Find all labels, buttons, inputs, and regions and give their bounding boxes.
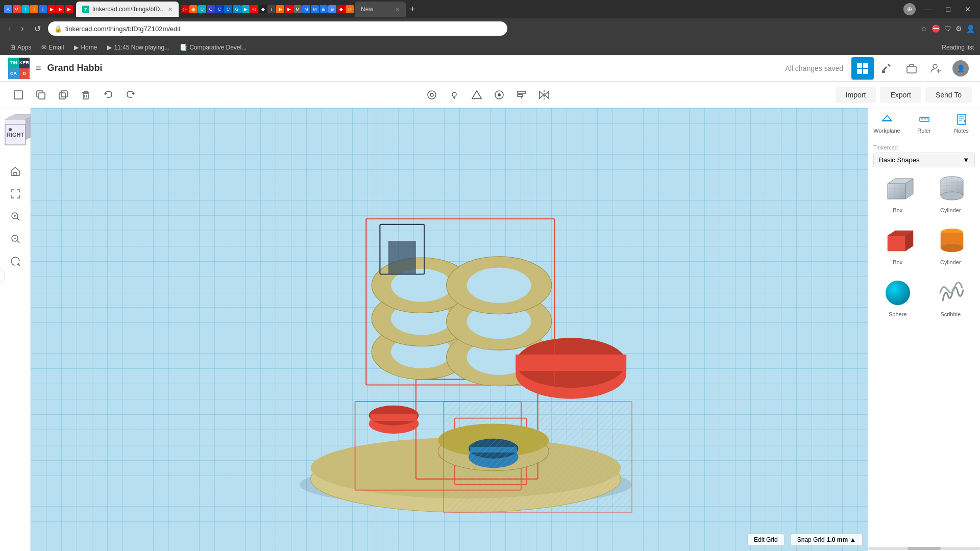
settings-icon[interactable]: ⚙ [955,24,962,33]
extension-icon[interactable]: ⛔ [932,24,940,33]
fit-view-button[interactable] [6,185,24,203]
horizontal-scrollbar[interactable] [868,547,980,550]
import-button[interactable]: Import [836,87,876,103]
shapes-grid: Box [873,169,975,321]
viewport[interactable]: Edit Grid Snap Grid 1.0 mm ▲ [31,108,868,551]
ruler-label: Ruler [917,128,930,134]
account-icon[interactable]: 👤 [966,24,975,33]
send-to-button[interactable]: Send To [925,87,972,103]
light-button[interactable] [444,85,464,105]
svg-point-115 [886,281,910,305]
tab-ruler[interactable]: Ruler [905,108,943,139]
header-icons: 👤 [851,57,972,80]
menu-button[interactable]: ≡ [36,63,41,73]
shape-cylinder-solid[interactable]: Cylinder [926,221,975,269]
svg-rect-85 [958,114,966,124]
panel-tabs: Workplane Ruler [868,108,980,139]
save-status: All changes saved [785,64,843,72]
tab-tinkercad[interactable]: T tinkercad.com/things/bfD... ✕ [76,2,179,17]
sphere-icon [880,278,916,308]
close-button[interactable]: ✕ [960,3,976,15]
reading-list[interactable]: Reading list [942,44,974,51]
bookmark-playing[interactable]: ▶11:45 Now playing... [103,43,174,52]
shape-box-solid[interactable]: Box [873,221,922,269]
orientation-cube[interactable]: RIGHT [0,114,33,150]
tab-notes[interactable]: Notes [943,108,980,139]
cylinder-solid-label: Cylinder [940,259,961,265]
bookmark-email[interactable]: ✉Email [37,43,68,52]
bookmark-apps[interactable]: ⊞Apps [6,43,35,52]
edit-grid-button[interactable]: Edit Grid [747,534,785,546]
svg-rect-1 [907,66,916,73]
shape-sphere[interactable]: Sphere [873,273,922,321]
shape1-button[interactable] [467,85,487,105]
ruler-icon [918,113,930,126]
address-bar[interactable]: 🔒 tinkercad.com/things/bfDtg7Z102m/edit [48,21,507,36]
svg-rect-9 [83,93,88,99]
bookmarks-bar: ⊞Apps ✉Email ▶Home ▶11:45 Now playing...… [0,39,980,55]
share-button[interactable] [925,57,947,80]
forward-button[interactable]: › [18,22,27,35]
shape1-icon [471,89,482,101]
zoom-in-button[interactable] [6,207,24,226]
export-button[interactable]: Export [880,87,921,103]
tab-new[interactable]: New ✕ [355,2,406,17]
scrollbar-thumb[interactable] [908,547,941,550]
bookmark-home[interactable]: ▶Home [70,43,101,52]
zoom-out-button[interactable] [6,230,24,248]
address-bar-icons: ☆ ⛔ 🛡 ⚙ 👤 [921,24,975,33]
scribble-label: Scribble [940,311,961,317]
briefcase-button[interactable] [900,57,923,80]
tab-close[interactable]: ✕ [168,6,173,13]
bookmark-comparative[interactable]: 📑Comparative Devel... [176,43,251,52]
minimize-button[interactable]: — [920,3,937,15]
svg-marker-15 [472,91,481,98]
reset-icon [10,256,20,266]
new-icon [13,89,24,101]
main-area: RIGHT [0,108,980,551]
undo-button[interactable] [98,85,118,105]
design-name[interactable]: Grand Habbi [47,63,103,73]
home-view-button[interactable] [6,162,24,181]
grid-view-button[interactable] [851,57,874,80]
reset-view-button[interactable] [6,252,24,270]
logo-d: D [19,68,30,79]
svg-point-114 [941,244,963,252]
refresh-button[interactable]: ↺ [31,22,44,36]
center-tools [143,85,834,105]
svg-rect-61 [371,414,417,421]
redo-button[interactable] [120,85,141,105]
duplicate-button[interactable] [53,85,74,105]
back-button[interactable]: ‹ [5,22,14,35]
profile-icon[interactable]: ⊕ [903,3,916,15]
tab-workplane[interactable]: Workplane [868,108,905,139]
camera-button[interactable] [422,85,442,105]
snap-grid-control[interactable]: Snap Grid 1.0 mm ▲ [791,534,863,546]
align-button[interactable] [511,85,532,105]
new-tab-close[interactable]: ✕ [395,6,400,13]
briefcase-icon [906,63,917,74]
shape-cylinder-wireframe[interactable]: Cylinder [926,169,975,217]
shape2-button[interactable] [489,85,509,105]
star-icon[interactable]: ☆ [921,24,927,33]
svg-line-38 [17,240,19,243]
svg-point-12 [428,91,436,99]
notes-label: Notes [954,128,969,134]
cylinder-wireframe-icon [933,173,968,204]
svg-point-2 [933,64,937,68]
user-avatar: 👤 [952,60,969,77]
avatar-button[interactable]: 👤 [949,57,972,80]
new-tab-button[interactable]: + [407,4,419,15]
build-button[interactable] [876,57,898,80]
shape-box-wireframe[interactable]: Box [873,169,922,217]
svg-point-17 [498,93,501,96]
maximize-button[interactable]: □ [941,3,955,15]
delete-button[interactable] [76,85,96,105]
shape-scribble[interactable]: Scribble [926,273,975,321]
copy-button[interactable] [31,85,51,105]
mirror-button[interactable] [534,85,554,105]
shapes-dropdown[interactable]: Basic Shapes ▼ [873,153,975,167]
cylinder-solid-icon [933,226,968,256]
adblock-icon[interactable]: 🛡 [944,24,951,33]
new-button[interactable] [8,85,29,105]
